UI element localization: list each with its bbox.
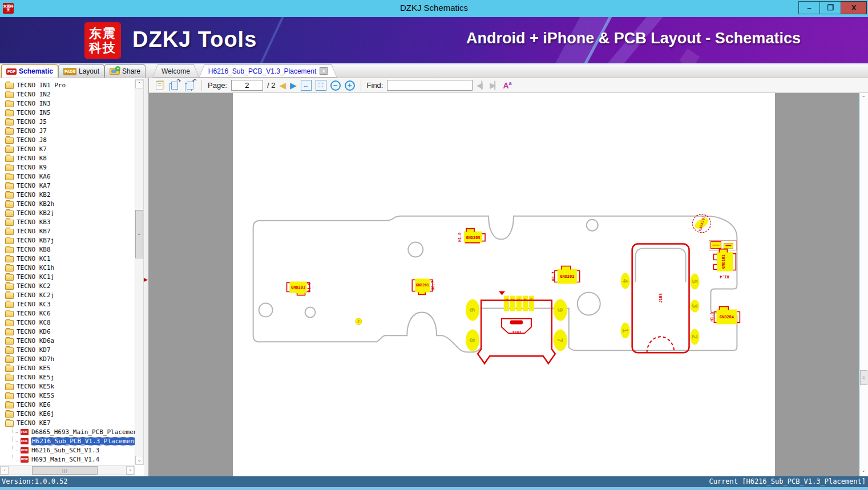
scrollbar-thumb[interactable]: ||| — [32, 466, 98, 475]
tree-file-item[interactable]: PDFH6216_Sub_SCH_V1.3 — [0, 446, 135, 455]
tree-folder-item[interactable]: TECNO KD7 — [0, 345, 135, 354]
document-canvas[interactable]: GND203 H1.0 GND205 H1.0 — [149, 93, 868, 476]
panel-splitter[interactable]: ▶ — [144, 78, 148, 476]
minimize-button[interactable]: – — [798, 1, 819, 14]
tree-folder-item[interactable]: TECNO KE6 — [0, 400, 135, 409]
tree-folder-item[interactable]: TECNO KC6 — [0, 309, 135, 318]
doc-tab-welcome[interactable]: Welcome — [152, 64, 199, 78]
tree-file-item[interactable]: PDFH6216_Sub_PCB_V1.3_Placement — [0, 436, 135, 446]
doc-tab-placement[interactable]: H6216_Sub_PCB_V1.3_Placement x — [199, 64, 337, 78]
tree-folder-item[interactable]: TECNO IN2 — [0, 90, 135, 99]
close-button[interactable]: X — [841, 1, 867, 14]
tree-folder-item[interactable]: TECNO KE5j — [0, 372, 135, 382]
sidebar-vertical-scrollbar[interactable]: ⌃ ≡ ⌄ — [135, 79, 144, 465]
scrollbar-thumb[interactable]: ≡ — [135, 210, 143, 258]
pcb-placement-drawing: GND203 H1.0 GND205 H1.0 — [233, 93, 775, 476]
mounting-hole — [587, 220, 598, 231]
svg-text:H0.7: H0.7 — [431, 281, 435, 290]
tree-folder-label: TECNO KE5 — [17, 365, 51, 372]
tree-folder-item[interactable]: TECNO KB7j — [0, 236, 135, 245]
match-case-icon[interactable]: Aa — [503, 80, 511, 90]
tree-folder-item[interactable]: TECNO KC1j — [0, 272, 135, 281]
tab-share[interactable]: Share — [104, 64, 146, 78]
tree-folder-item[interactable]: TECNO KC1h — [0, 263, 135, 272]
tab-layout[interactable]: PADS Layout — [58, 64, 104, 78]
tree-folder-item[interactable]: TECNO KA6 — [0, 172, 135, 181]
tab-schematic[interactable]: PDF Schematic — [1, 64, 58, 78]
pdf-icon: PDF — [21, 438, 29, 444]
scroll-down-icon[interactable]: ⌄ — [859, 467, 867, 475]
tree-folder-item[interactable]: TECNO KB2h — [0, 199, 135, 208]
scroll-down-icon[interactable]: ⌄ — [135, 456, 143, 464]
scrollbar-thumb[interactable]: ≡ — [860, 370, 867, 385]
folder-icon — [5, 274, 14, 281]
tree-folder-item[interactable]: TECNO J7 — [0, 126, 135, 135]
svg-text:H0.7: H0.7 — [551, 272, 556, 281]
svg-text:8: 8 — [468, 338, 477, 342]
find-previous-icon[interactable]: ◀▏ — [477, 81, 486, 90]
rotate-right-icon[interactable] — [169, 80, 180, 91]
maximize-button[interactable]: ❐ — [819, 1, 841, 14]
sidebar-horizontal-scrollbar[interactable]: ‹ ||| › — [0, 465, 135, 475]
splitter-collapse-icon[interactable]: ▶ — [144, 277, 148, 282]
scroll-up-icon[interactable]: ⌃ — [859, 94, 867, 103]
tree-folder-item[interactable]: TECNO IN1 Pro — [0, 80, 135, 90]
tree-folder-item[interactable]: TECNO KB2j — [0, 208, 135, 217]
tree-folder-item[interactable]: TECNO KD7h — [0, 354, 135, 363]
tree-folder-item[interactable]: TECNO KD6a — [0, 336, 135, 345]
tree-folder-item[interactable]: TECNO KE5 — [0, 363, 135, 372]
pdf-page[interactable]: GND203 H1.0 GND205 H1.0 — [233, 93, 775, 476]
tree-folder-item[interactable]: TECNO KB7 — [0, 226, 135, 236]
tree-folder-item[interactable]: TECNO KC1 — [0, 254, 135, 263]
tree-folder-item[interactable]: TECNO KE6j — [0, 409, 135, 418]
next-page-icon[interactable]: ▶ — [290, 81, 297, 90]
scroll-right-icon[interactable]: › — [126, 466, 134, 475]
find-input[interactable] — [387, 80, 473, 91]
previous-page-icon[interactable]: ◀ — [279, 81, 286, 90]
tree-folder-item[interactable]: TECNO KB2 — [0, 190, 135, 199]
fit-page-icon[interactable]: ⛶ — [316, 80, 326, 91]
tree-folder-item[interactable]: TECNO KC2j — [0, 290, 135, 299]
tree-folder-item[interactable]: TECNO KE7 — [0, 418, 135, 427]
find-next-icon[interactable]: ▶▏ — [490, 81, 499, 90]
folder-icon — [5, 411, 14, 418]
tree-folder-label: TECNO KB7 — [17, 228, 51, 235]
fit-width-icon[interactable]: ↔ — [301, 80, 312, 91]
page-number-input[interactable] — [231, 80, 263, 91]
tree-file-item[interactable]: PDFD6865_H693_Main_PCB_Placement_V2 — [0, 427, 135, 436]
tree-folder-item[interactable]: TECNO KC2 — [0, 281, 135, 290]
brand-name: DZKJ Tools — [132, 27, 257, 52]
tree-folder-item[interactable]: TECNO J8 — [0, 135, 135, 144]
tree-folder-item[interactable]: TECNO K8 — [0, 153, 135, 163]
tree-folder-item[interactable]: TECNO IN5 — [0, 108, 135, 117]
svg-text:7: 7 — [358, 319, 360, 323]
scroll-up-icon[interactable]: ⌃ — [135, 80, 143, 88]
pin1-marker — [499, 291, 505, 295]
tree-folder-item[interactable]: TECNO KB3 — [0, 217, 135, 226]
tree-file-item[interactable]: PDFH693_Main_SCH_V1.4 — [0, 455, 135, 464]
close-tab-icon[interactable]: x — [320, 67, 328, 75]
svg-text:GND204: GND204 — [720, 315, 734, 319]
scroll-left-icon[interactable]: ‹ — [1, 466, 9, 475]
tree-folder-item[interactable]: TECNO KC8 — [0, 318, 135, 327]
tree-folder-item[interactable]: TECNO KE5S — [0, 391, 135, 400]
tree-folder-item[interactable]: TECNO KC3 — [0, 299, 135, 309]
tree-folder-item[interactable]: TECNO KB8 — [0, 245, 135, 254]
tree-folder-item[interactable]: TECNO K7 — [0, 144, 135, 153]
folder-icon — [5, 366, 14, 372]
tree-folder-item[interactable]: TECNO KE5k — [0, 382, 135, 391]
tree-folder-item[interactable]: TECNO J5 — [0, 117, 135, 126]
zoom-out-icon[interactable]: − — [330, 80, 341, 91]
tree-folder-label: TECNO IN3 — [17, 100, 51, 107]
tree-folder-item[interactable]: TECNO KD6 — [0, 327, 135, 336]
tree-folder-item[interactable]: TECNO K9 — [0, 163, 135, 172]
tree-folder-item[interactable]: TECNO IN3 — [0, 99, 135, 108]
toolbar: Page: / 2 ◀ ▶ ↔ ⛶ − + Find: ◀▏ ▶▏ Aa — [149, 78, 868, 93]
component-gnd202: GND202 H0.7 — [551, 266, 580, 284]
canvas-vertical-scrollbar[interactable]: ⌃ ≡ ⌄ — [859, 93, 868, 476]
page-thumbnail-icon[interactable] — [154, 80, 165, 91]
tree-folder-item[interactable]: TECNO KA7 — [0, 181, 135, 190]
rotate-left-icon[interactable] — [184, 80, 196, 91]
zoom-in-icon[interactable]: + — [345, 80, 355, 91]
folder-icon — [5, 147, 14, 153]
